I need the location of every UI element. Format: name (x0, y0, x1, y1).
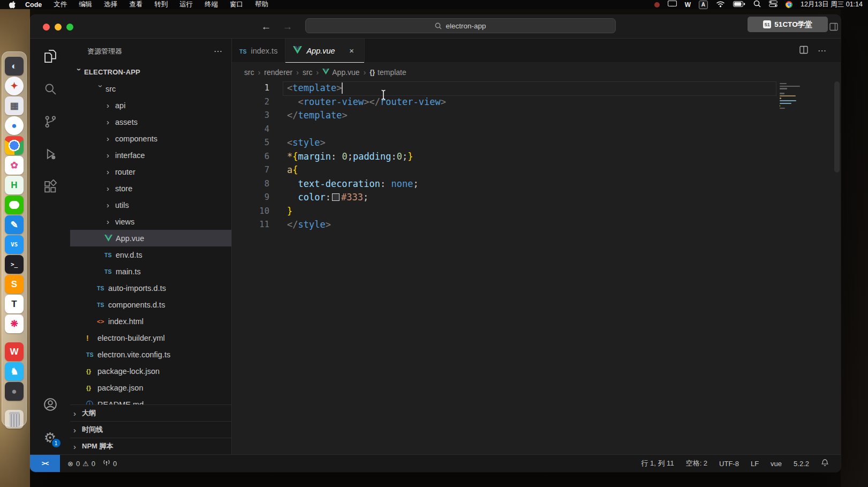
tree-item-index-html[interactable]: <>index.html (70, 313, 231, 329)
dock-icon-pen-app[interactable]: ✎ (5, 215, 24, 234)
tree-item-app-vue[interactable]: App.vue (70, 230, 231, 246)
battery-icon[interactable] (733, 1, 745, 9)
tree-item-views[interactable]: ›views (70, 213, 231, 230)
control-center-icon[interactable] (769, 1, 778, 9)
dock-icon-wechat[interactable] (5, 196, 24, 214)
accounts-icon[interactable] (42, 396, 58, 415)
tree-item-assets[interactable]: ›assets (70, 114, 231, 130)
tree-item-router[interactable]: ›router (70, 163, 231, 180)
tree-item-store[interactable]: ›store (70, 180, 231, 197)
menu-item-文件[interactable]: 文件 (54, 0, 67, 9)
dock-icon-safari[interactable]: ✦ (5, 77, 24, 95)
menu-item-编辑[interactable]: 编辑 (79, 0, 92, 9)
status-eol[interactable]: LF (751, 460, 759, 468)
tab-index-ts[interactable]: TSindex.ts (232, 39, 285, 63)
menu-item-帮助[interactable]: 帮助 (255, 0, 268, 9)
record-indicator-icon[interactable] (654, 2, 660, 8)
tree-item-electron-vite-config-ts[interactable]: TSelectron.vite.config.ts (70, 346, 231, 363)
tree-item-env-d-ts[interactable]: TSenv.d.ts (70, 246, 231, 263)
app-status-icon-w[interactable]: W (685, 1, 691, 9)
menu-item-转到[interactable]: 转到 (154, 0, 168, 9)
dock-icon-wps[interactable]: W (5, 342, 24, 361)
tree-item-src[interactable]: ›src (70, 80, 231, 97)
activity-bar-item-run-debug[interactable] (30, 141, 70, 169)
status-language-mode[interactable]: vue (771, 460, 782, 468)
breadcrumb-item-src[interactable]: src (244, 68, 254, 77)
tree-item-components-d-ts[interactable]: TScomponents.d.ts (70, 296, 231, 313)
menu-item-运行[interactable]: 运行 (179, 0, 193, 9)
tree-item-auto-imports-d-ts[interactable]: TSauto-imports.d.ts (70, 280, 231, 296)
tree-item-main-ts[interactable]: TSmain.ts (70, 263, 231, 280)
dock-icon-vscode[interactable]: VS (5, 235, 24, 254)
menu-bar-clock[interactable]: 12月13日 周三 01:14 (801, 0, 863, 9)
tree-item-interface[interactable]: ›interface (70, 147, 231, 163)
settings-gear-icon[interactable]: ⚙ 1 (41, 429, 59, 447)
navigate-back-button[interactable]: ← (259, 20, 273, 34)
activity-bar-item-search[interactable] (30, 76, 70, 104)
tree-item-utils[interactable]: ›utils (70, 197, 231, 213)
activity-bar-item-explorer[interactable] (30, 43, 70, 71)
dock-icon-dark-app[interactable]: ● (5, 382, 24, 401)
menu-item-窗口[interactable]: 窗口 (230, 0, 243, 9)
remote-indicator[interactable]: >< (30, 455, 60, 472)
status-indentation[interactable]: 空格: 2 (686, 459, 707, 468)
tree-item-components[interactable]: ›components (70, 130, 231, 147)
wifi-icon[interactable] (716, 1, 725, 9)
dock-icon-pink-app[interactable]: ✿ (5, 156, 24, 175)
input-source-icon[interactable]: A (699, 1, 708, 9)
activity-bar-item-source-control[interactable] (30, 109, 70, 137)
customize-layout-icon[interactable] (829, 23, 838, 33)
dock-icon-trash[interactable] (5, 410, 24, 429)
close-tab-icon[interactable]: × (347, 46, 357, 55)
tab-app-vue[interactable]: App.vue× (285, 39, 364, 63)
sidebar-section-npm-脚本[interactable]: ›NPM 脚本 (70, 438, 231, 454)
navigate-forward-button[interactable]: → (281, 20, 295, 34)
tree-item-api[interactable]: ›api (70, 97, 231, 114)
apple-menu-icon[interactable] (9, 1, 16, 9)
breadcrumb-item-renderer[interactable]: renderer (264, 68, 292, 77)
dock-icon-orange-app[interactable]: S (5, 275, 24, 294)
tree-item-electron-builder-yml[interactable]: !electron-builder.yml (70, 329, 231, 346)
status-version[interactable]: 5.2.2 (794, 460, 809, 468)
breadcrumb-item-template[interactable]: {}template (369, 68, 406, 77)
editor-more-actions-icon[interactable]: ⋯ (818, 46, 827, 56)
menu-item-选择[interactable]: 选择 (104, 0, 117, 9)
status-cursor-position[interactable]: 行 1, 列 11 (641, 459, 674, 468)
command-center-search[interactable]: electron-app (305, 18, 616, 33)
zoom-window-button[interactable] (66, 24, 73, 31)
status-encoding[interactable]: UTF-8 (719, 460, 739, 468)
sidebar-section-时间线[interactable]: ›时间线 (70, 421, 231, 438)
dock-icon-blue-browser[interactable]: ● (5, 116, 24, 135)
dock-icon-terminal[interactable]: >_ (5, 255, 24, 274)
tree-item-electron-app[interactable]: ›ELECTRON-APP (70, 64, 231, 80)
dock-icon-chrome[interactable] (5, 136, 24, 155)
dock-icon-launchpad[interactable]: ▦ (5, 96, 24, 115)
sidebar-more-actions-icon[interactable]: ⋯ (214, 46, 223, 56)
tree-item-package-lock-json[interactable]: {}package-lock.json (70, 363, 231, 379)
menu-app-name[interactable]: Code (25, 1, 42, 9)
close-window-button[interactable] (43, 24, 50, 31)
user-switch-icon[interactable] (786, 1, 792, 8)
editor-scrollbar[interactable] (833, 81, 841, 454)
dock-icon-finder[interactable]: ◐ (5, 57, 24, 76)
bell-icon[interactable] (821, 459, 829, 469)
dock-icon-hbuilder[interactable]: H (5, 176, 24, 194)
split-editor-icon[interactable] (799, 46, 808, 56)
ports-indicator[interactable]: 0 (103, 459, 117, 468)
dock-icon-deer-app[interactable]: ♞ (5, 362, 24, 381)
display-mirroring-icon[interactable] (668, 1, 677, 9)
minimize-window-button[interactable] (55, 24, 62, 31)
scrollbar-thumb[interactable] (834, 81, 840, 173)
breadcrumb-item-app-vue[interactable]: App.vue (322, 68, 359, 77)
code-editor[interactable]: 1<template>2 <router-view></router-view>… (232, 81, 841, 454)
minimap[interactable] (780, 83, 802, 110)
problems-indicator[interactable]: ⊗ 0 ⚠ 0 (67, 460, 95, 468)
breadcrumb-item-src[interactable]: src (303, 68, 313, 77)
menu-item-终端[interactable]: 终端 (205, 0, 218, 9)
dock-icon-paint-app[interactable]: ❋ (5, 314, 24, 333)
dock-icon-typora[interactable]: T (5, 295, 24, 313)
activity-bar-item-extensions[interactable] (30, 174, 70, 202)
menu-item-查看[interactable]: 查看 (129, 0, 142, 9)
spotlight-search-icon[interactable] (753, 0, 761, 9)
sidebar-section-大纲[interactable]: ›大纲 (70, 404, 231, 421)
